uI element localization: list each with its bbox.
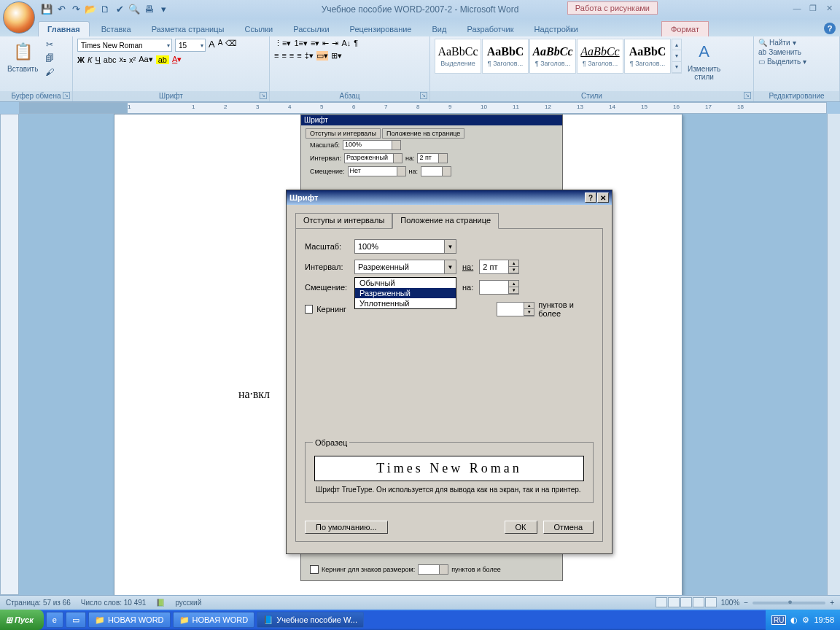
para-launcher-icon[interactable]: ↘	[420, 92, 427, 99]
select-button[interactable]: ▭Выделить ▾	[758, 58, 806, 66]
interval-opt-expanded[interactable]: Разреженный	[355, 288, 456, 298]
help-icon[interactable]: ?	[824, 23, 836, 34]
close-icon[interactable]: ✕	[822, 2, 836, 14]
clock[interactable]: 19:58	[814, 615, 834, 624]
status-page[interactable]: Страница: 57 из 66	[6, 599, 71, 607]
zoom-slider[interactable]	[752, 602, 825, 604]
redo-icon[interactable]: ↷	[70, 3, 82, 15]
tab-insert[interactable]: Вставка	[93, 22, 140, 36]
numbering-icon[interactable]: 1≡▾	[294, 39, 308, 48]
scale-dropdown[interactable]: 100%▼	[354, 239, 456, 254]
new-icon[interactable]: 🗋	[99, 3, 111, 15]
save-icon[interactable]: 💾	[41, 3, 52, 15]
tab-format[interactable]: Формат	[661, 21, 709, 36]
font-name-combo[interactable]: Times New Roman	[77, 39, 172, 52]
dec-indent-icon[interactable]: ⇤	[322, 39, 329, 48]
underline-icon[interactable]: Ч	[95, 55, 100, 64]
tb-folder-2[interactable]: 📁НОВАЯ WORD	[173, 612, 255, 628]
cut-icon[interactable]: ✂	[44, 39, 55, 50]
contextual-tab-pictures[interactable]: Работа с рисунками	[567, 1, 658, 15]
default-button[interactable]: По умолчанию...	[305, 521, 388, 534]
kerning-size-spin[interactable]: ▲▼	[497, 302, 534, 316]
highlight-icon[interactable]: ab	[156, 55, 169, 64]
status-language[interactable]: русский	[175, 599, 201, 607]
zoom-value[interactable]: 100%	[721, 599, 740, 607]
change-styles-button[interactable]: A Изменить стили	[685, 39, 723, 82]
tab-mailings[interactable]: Рассылки	[284, 22, 338, 36]
print-icon[interactable]: 🖶	[143, 3, 155, 15]
tab-references[interactable]: Ссылки	[236, 22, 281, 36]
printpreview-icon[interactable]: 🔍	[128, 3, 140, 15]
status-words[interactable]: Число слов: 10 491	[81, 599, 147, 607]
tab-spacing[interactable]: Отступы и интервалы	[295, 213, 392, 229]
tab-view[interactable]: Вид	[424, 22, 456, 36]
dialog-titlebar[interactable]: Шрифт ? ✕	[287, 190, 612, 205]
tab-developer[interactable]: Разработчик	[458, 22, 522, 36]
font-color-icon[interactable]: A▾	[172, 55, 182, 64]
maximize-icon[interactable]: ❐	[806, 2, 820, 14]
interval-value-spin[interactable]: 2 пт▲▼	[479, 260, 519, 274]
shrink-font-icon[interactable]: A	[218, 39, 223, 52]
sort-icon[interactable]: A↓	[341, 39, 351, 48]
tray-icon-2[interactable]: ⚙	[802, 615, 809, 625]
zoom-in-icon[interactable]: +	[830, 599, 834, 607]
font-size-combo[interactable]: 15	[175, 39, 206, 52]
superscript-icon[interactable]: x²	[129, 55, 136, 64]
align-center-icon[interactable]: ≡	[281, 51, 286, 61]
justify-icon[interactable]: ≡	[297, 51, 301, 61]
undo-icon[interactable]: ↶	[55, 3, 67, 15]
grow-font-icon[interactable]: A	[209, 39, 215, 52]
spell-status-icon[interactable]: 📗	[156, 599, 165, 607]
subscript-icon[interactable]: x₂	[120, 55, 127, 64]
office-button[interactable]	[3, 1, 35, 34]
interval-dropdown[interactable]: Разреженный▼	[354, 260, 456, 274]
cancel-button[interactable]: Отмена	[543, 521, 594, 534]
align-left-icon[interactable]: ≡	[274, 51, 279, 61]
tab-home[interactable]: Главная	[38, 21, 90, 36]
zoom-out-icon[interactable]: −	[744, 599, 748, 607]
dialog-help-icon[interactable]: ?	[585, 192, 596, 203]
interval-dropdown-list[interactable]: Обычный Разреженный Уплотненный	[354, 277, 456, 309]
open-icon[interactable]: 📂	[85, 3, 96, 15]
align-right-icon[interactable]: ≡	[289, 51, 294, 61]
change-case-icon[interactable]: Aa▾	[139, 55, 152, 64]
clipboard-launcher-icon[interactable]: ↘	[63, 92, 70, 99]
bullets-icon[interactable]: ⋮≡▾	[274, 39, 291, 48]
line-spacing-icon[interactable]: ‡▾	[305, 51, 314, 61]
tb-word-doc[interactable]: 📘Учебное пособие W...	[257, 612, 364, 628]
offset-value-spin[interactable]: ▲▼	[479, 280, 519, 295]
paste-button[interactable]: 📋 Вставить	[4, 39, 41, 74]
interval-opt-condensed[interactable]: Уплотненный	[355, 298, 456, 308]
ql-desktop[interactable]: ▭	[66, 612, 86, 628]
interval-opt-normal[interactable]: Обычный	[355, 278, 456, 288]
format-painter-icon[interactable]: 🖌	[44, 66, 55, 78]
ok-button[interactable]: ОК	[505, 521, 537, 534]
show-marks-icon[interactable]: ¶	[354, 39, 358, 48]
multilevel-icon[interactable]: ≡▾	[311, 39, 319, 48]
kerning-checkbox[interactable]	[305, 305, 313, 314]
tab-page-position[interactable]: Положение на странице	[392, 213, 499, 229]
dialog-close-icon[interactable]: ✕	[597, 192, 609, 203]
font-launcher-icon[interactable]: ↘	[260, 92, 267, 99]
spellcheck-icon[interactable]: ✔	[114, 3, 125, 15]
view-buttons[interactable]	[655, 597, 717, 609]
copy-icon[interactable]: 🗐	[44, 52, 55, 64]
start-button[interactable]: ⊞ Пуск	[0, 610, 44, 630]
qat-more-icon[interactable]: ▾	[158, 3, 169, 15]
styles-scroll[interactable]: ▴▾▾	[672, 39, 682, 74]
bold-icon[interactable]: Ж	[77, 55, 85, 64]
horizontal-ruler[interactable]: 1123456789101112131415161718	[19, 102, 827, 114]
system-tray[interactable]: RU ◐ ⚙ 19:58	[766, 610, 840, 630]
ql-ie[interactable]: e	[46, 612, 63, 628]
replace-button[interactable]: abЗаменить	[758, 48, 806, 56]
vertical-scrollbar[interactable]	[827, 114, 840, 595]
strike-icon[interactable]: abc	[104, 55, 117, 64]
tray-icon-1[interactable]: ◐	[790, 615, 798, 625]
italic-icon[interactable]: К	[88, 55, 92, 64]
language-indicator[interactable]: RU	[771, 615, 786, 625]
inc-indent-icon[interactable]: ⇥	[332, 39, 338, 48]
find-button[interactable]: 🔍Найти ▾	[758, 39, 806, 47]
clear-format-icon[interactable]: ⌫	[225, 39, 237, 52]
tb-folder-1[interactable]: 📁НОВАЯ WORD	[88, 612, 171, 628]
shading-icon[interactable]: ▭▾	[316, 51, 328, 61]
